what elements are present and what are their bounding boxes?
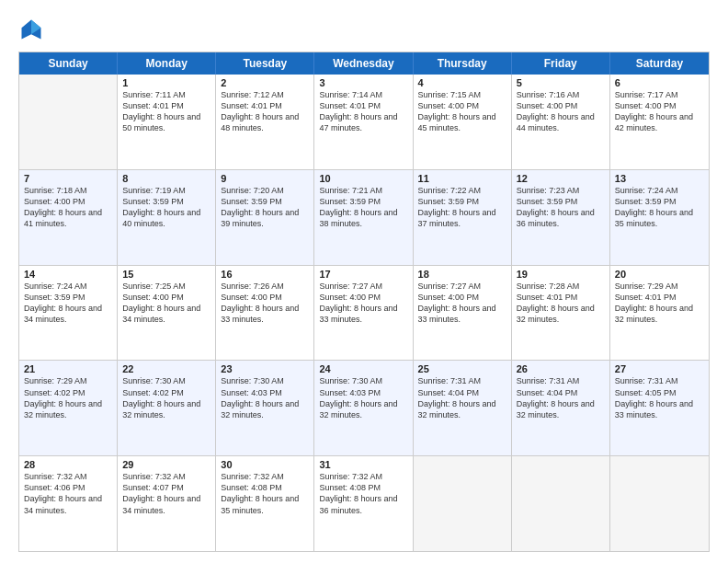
calendar-cell: 1Sunrise: 7:11 AMSunset: 4:01 PMDaylight… bbox=[118, 75, 216, 169]
day-info: Sunrise: 7:31 AMSunset: 4:04 PMDaylight:… bbox=[517, 375, 605, 420]
calendar-cell: 31Sunrise: 7:32 AMSunset: 4:08 PMDayligh… bbox=[314, 456, 413, 551]
day-info: Sunrise: 7:32 AMSunset: 4:06 PMDaylight:… bbox=[24, 471, 112, 516]
day-number: 15 bbox=[122, 269, 210, 280]
calendar-cell: 18Sunrise: 7:27 AMSunset: 4:00 PMDayligh… bbox=[414, 266, 512, 361]
day-info: Sunrise: 7:31 AMSunset: 4:05 PMDaylight:… bbox=[615, 375, 704, 420]
calendar-cell: 24Sunrise: 7:30 AMSunset: 4:03 PMDayligh… bbox=[314, 361, 413, 455]
day-info: Sunrise: 7:16 AMSunset: 4:00 PMDaylight:… bbox=[517, 89, 605, 134]
calendar: SundayMondayTuesdayWednesdayThursdayFrid… bbox=[18, 52, 710, 552]
day-info: Sunrise: 7:11 AMSunset: 4:01 PMDaylight:… bbox=[122, 89, 210, 134]
day-number: 6 bbox=[615, 77, 704, 88]
calendar-cell: 3Sunrise: 7:14 AMSunset: 4:01 PMDaylight… bbox=[314, 75, 413, 169]
day-info: Sunrise: 7:30 AMSunset: 4:03 PMDaylight:… bbox=[319, 375, 407, 420]
calendar-cell: 14Sunrise: 7:24 AMSunset: 3:59 PMDayligh… bbox=[19, 266, 118, 361]
calendar-cell: 17Sunrise: 7:27 AMSunset: 4:00 PMDayligh… bbox=[314, 266, 413, 361]
day-info: Sunrise: 7:31 AMSunset: 4:04 PMDaylight:… bbox=[418, 375, 506, 420]
weekday-header: Sunday bbox=[19, 52, 118, 75]
day-number: 21 bbox=[24, 363, 112, 374]
calendar-cell: 26Sunrise: 7:31 AMSunset: 4:04 PMDayligh… bbox=[512, 361, 610, 455]
day-number: 4 bbox=[418, 77, 506, 88]
day-number: 13 bbox=[615, 173, 704, 184]
header bbox=[18, 17, 710, 42]
day-info: Sunrise: 7:24 AMSunset: 3:59 PMDaylight:… bbox=[615, 185, 704, 230]
day-number: 17 bbox=[319, 269, 407, 280]
day-number: 5 bbox=[517, 77, 605, 88]
calendar-cell: 23Sunrise: 7:30 AMSunset: 4:03 PMDayligh… bbox=[216, 361, 314, 455]
day-info: Sunrise: 7:19 AMSunset: 3:59 PMDaylight:… bbox=[122, 185, 210, 230]
day-number: 27 bbox=[615, 363, 704, 374]
day-info: Sunrise: 7:27 AMSunset: 4:00 PMDaylight:… bbox=[319, 281, 407, 326]
day-number: 26 bbox=[517, 363, 605, 374]
calendar-row: 28Sunrise: 7:32 AMSunset: 4:06 PMDayligh… bbox=[19, 456, 709, 551]
calendar-cell: 9Sunrise: 7:20 AMSunset: 3:59 PMDaylight… bbox=[216, 170, 314, 265]
calendar-cell: 20Sunrise: 7:29 AMSunset: 4:01 PMDayligh… bbox=[610, 266, 709, 361]
day-info: Sunrise: 7:30 AMSunset: 4:03 PMDaylight:… bbox=[221, 375, 309, 420]
calendar-cell: 5Sunrise: 7:16 AMSunset: 4:00 PMDaylight… bbox=[512, 75, 610, 169]
day-info: Sunrise: 7:27 AMSunset: 4:00 PMDaylight:… bbox=[418, 281, 506, 326]
day-number: 28 bbox=[24, 459, 112, 470]
day-number: 1 bbox=[122, 77, 210, 88]
calendar-cell: 21Sunrise: 7:29 AMSunset: 4:02 PMDayligh… bbox=[19, 361, 118, 455]
day-number: 7 bbox=[24, 173, 112, 184]
weekday-header: Thursday bbox=[414, 52, 512, 75]
weekday-header: Friday bbox=[512, 52, 610, 75]
calendar-row: 14Sunrise: 7:24 AMSunset: 3:59 PMDayligh… bbox=[19, 266, 709, 362]
calendar-cell: 28Sunrise: 7:32 AMSunset: 4:06 PMDayligh… bbox=[19, 456, 118, 551]
day-info: Sunrise: 7:29 AMSunset: 4:02 PMDaylight:… bbox=[24, 375, 112, 420]
day-info: Sunrise: 7:21 AMSunset: 3:59 PMDaylight:… bbox=[319, 185, 407, 230]
day-number: 30 bbox=[221, 459, 309, 470]
day-number: 23 bbox=[221, 363, 309, 374]
day-number: 31 bbox=[319, 459, 407, 470]
day-number: 14 bbox=[24, 269, 112, 280]
day-info: Sunrise: 7:32 AMSunset: 4:08 PMDaylight:… bbox=[221, 471, 309, 516]
calendar-cell: 2Sunrise: 7:12 AMSunset: 4:01 PMDaylight… bbox=[216, 75, 314, 169]
calendar-cell: 16Sunrise: 7:26 AMSunset: 4:00 PMDayligh… bbox=[216, 266, 314, 361]
day-number: 19 bbox=[517, 269, 605, 280]
calendar-cell: 4Sunrise: 7:15 AMSunset: 4:00 PMDaylight… bbox=[414, 75, 512, 169]
day-info: Sunrise: 7:15 AMSunset: 4:00 PMDaylight:… bbox=[418, 89, 506, 134]
calendar-cell: 13Sunrise: 7:24 AMSunset: 3:59 PMDayligh… bbox=[610, 170, 709, 265]
day-number: 11 bbox=[418, 173, 506, 184]
day-info: Sunrise: 7:18 AMSunset: 4:00 PMDaylight:… bbox=[24, 185, 112, 230]
day-number: 22 bbox=[122, 363, 210, 374]
calendar-cell bbox=[610, 456, 709, 551]
calendar-cell: 19Sunrise: 7:28 AMSunset: 4:01 PMDayligh… bbox=[512, 266, 610, 361]
day-number: 16 bbox=[221, 269, 309, 280]
day-info: Sunrise: 7:14 AMSunset: 4:01 PMDaylight:… bbox=[319, 89, 407, 134]
weekday-header: Monday bbox=[118, 52, 216, 75]
day-info: Sunrise: 7:32 AMSunset: 4:07 PMDaylight:… bbox=[122, 471, 210, 516]
day-number: 12 bbox=[517, 173, 605, 184]
calendar-row: 7Sunrise: 7:18 AMSunset: 4:00 PMDaylight… bbox=[19, 170, 709, 266]
calendar-cell bbox=[512, 456, 610, 551]
calendar-cell: 29Sunrise: 7:32 AMSunset: 4:07 PMDayligh… bbox=[118, 456, 216, 551]
day-number: 18 bbox=[418, 269, 506, 280]
weekday-header: Wednesday bbox=[314, 52, 413, 75]
day-number: 8 bbox=[122, 173, 210, 184]
day-info: Sunrise: 7:26 AMSunset: 4:00 PMDaylight:… bbox=[221, 281, 309, 326]
calendar-body: 1Sunrise: 7:11 AMSunset: 4:01 PMDaylight… bbox=[19, 75, 709, 551]
calendar-cell bbox=[19, 75, 118, 169]
day-number: 10 bbox=[319, 173, 407, 184]
day-info: Sunrise: 7:23 AMSunset: 3:59 PMDaylight:… bbox=[517, 185, 605, 230]
day-number: 24 bbox=[319, 363, 407, 374]
calendar-cell: 6Sunrise: 7:17 AMSunset: 4:00 PMDaylight… bbox=[610, 75, 709, 169]
day-number: 3 bbox=[319, 77, 407, 88]
calendar-cell: 25Sunrise: 7:31 AMSunset: 4:04 PMDayligh… bbox=[414, 361, 512, 455]
calendar-cell: 27Sunrise: 7:31 AMSunset: 4:05 PMDayligh… bbox=[610, 361, 709, 455]
calendar-row: 21Sunrise: 7:29 AMSunset: 4:02 PMDayligh… bbox=[19, 361, 709, 456]
day-number: 25 bbox=[418, 363, 506, 374]
calendar-cell: 7Sunrise: 7:18 AMSunset: 4:00 PMDaylight… bbox=[19, 170, 118, 265]
calendar-cell: 22Sunrise: 7:30 AMSunset: 4:02 PMDayligh… bbox=[118, 361, 216, 455]
page: SundayMondayTuesdayWednesdayThursdayFrid… bbox=[0, 0, 728, 563]
calendar-cell: 30Sunrise: 7:32 AMSunset: 4:08 PMDayligh… bbox=[216, 456, 314, 551]
day-number: 2 bbox=[221, 77, 309, 88]
logo bbox=[18, 17, 48, 42]
day-number: 29 bbox=[122, 459, 210, 470]
calendar-header: SundayMondayTuesdayWednesdayThursdayFrid… bbox=[19, 52, 709, 75]
day-info: Sunrise: 7:22 AMSunset: 3:59 PMDaylight:… bbox=[418, 185, 506, 230]
day-info: Sunrise: 7:20 AMSunset: 3:59 PMDaylight:… bbox=[221, 185, 309, 230]
logo-icon bbox=[18, 17, 44, 42]
calendar-cell: 11Sunrise: 7:22 AMSunset: 3:59 PMDayligh… bbox=[414, 170, 512, 265]
day-number: 20 bbox=[615, 269, 704, 280]
day-info: Sunrise: 7:25 AMSunset: 4:00 PMDaylight:… bbox=[122, 281, 210, 326]
